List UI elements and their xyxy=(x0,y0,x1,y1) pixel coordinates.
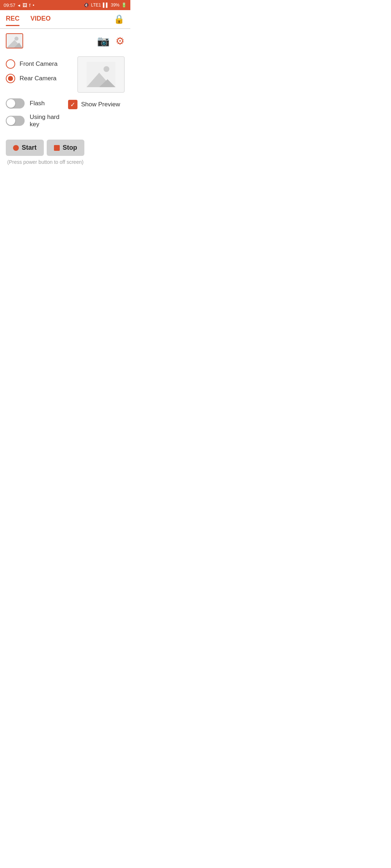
control-buttons: Start Stop (Press power button to off sc… xyxy=(6,140,125,165)
camera-selection-row: Front Camera Rear Camera xyxy=(6,56,125,93)
hardkey-toggle-row: Using hard key xyxy=(6,114,62,128)
front-camera-radio[interactable] xyxy=(6,59,15,69)
left-options: Flash Using hard key xyxy=(6,98,62,133)
rear-camera-label: Rear Camera xyxy=(20,75,56,82)
facebook-icon: f xyxy=(29,3,31,8)
rear-camera-option[interactable]: Rear Camera xyxy=(6,74,72,83)
camera-preview xyxy=(77,56,125,93)
mute-icon: 🔇 xyxy=(84,3,89,8)
settings-button[interactable]: ⚙ xyxy=(115,35,125,47)
svg-point-5 xyxy=(104,66,109,72)
camera-options: Front Camera Rear Camera xyxy=(6,56,72,83)
hardkey-toggle-knob xyxy=(7,116,15,125)
toolbar: 📷 ⚙ xyxy=(0,29,130,53)
status-bar-left: 09:57 ◂ 🖼 f • xyxy=(4,3,34,8)
show-preview-label: Show Preview xyxy=(81,101,120,108)
stop-label: Stop xyxy=(63,144,77,152)
front-camera-option[interactable]: Front Camera xyxy=(6,59,72,69)
front-camera-label: Front Camera xyxy=(20,60,58,68)
flash-label: Flash xyxy=(30,100,45,107)
signal-icon: ◂ xyxy=(18,3,20,8)
camera-button[interactable]: 📷 xyxy=(97,35,110,47)
status-bar: 09:57 ◂ 🖼 f • 🔇 LTE1 ▌▌ 39% 🔋 xyxy=(0,0,130,10)
options-two-col: Flash Using hard key ✓ Show Preview xyxy=(6,98,125,133)
start-icon xyxy=(13,145,19,151)
lte-icon: LTE1 xyxy=(91,3,101,8)
rear-camera-radio[interactable] xyxy=(6,74,15,83)
signal-bars-icon: ▌▌ xyxy=(103,3,109,8)
flash-toggle[interactable] xyxy=(6,98,25,109)
svg-point-1 xyxy=(14,37,18,41)
right-options: ✓ Show Preview xyxy=(68,98,125,133)
power-hint: (Press power button to off screen) xyxy=(7,159,84,165)
main-content: Front Camera Rear Camera Flash xyxy=(0,53,130,169)
hardkey-label: Using hard key xyxy=(30,114,62,128)
battery-icon: 🔋 xyxy=(121,3,127,8)
stop-button[interactable]: Stop xyxy=(47,140,84,156)
tab-bar: REC VIDEO 🔒 xyxy=(0,10,130,29)
battery-percentage: 39% xyxy=(111,3,119,8)
flash-toggle-row: Flash xyxy=(6,98,62,109)
lock-icon[interactable]: 🔒 xyxy=(114,14,125,24)
tab-rec[interactable]: REC xyxy=(6,15,20,24)
stop-icon xyxy=(54,145,60,151)
start-label: Start xyxy=(22,144,37,152)
dot-icon: • xyxy=(33,3,34,8)
hardkey-toggle[interactable] xyxy=(6,116,25,126)
gallery-notification-icon: 🖼 xyxy=(22,3,27,8)
flash-toggle-knob xyxy=(7,99,15,108)
start-button[interactable]: Start xyxy=(6,140,44,156)
show-preview-row[interactable]: ✓ Show Preview xyxy=(68,100,125,109)
status-bar-right: 🔇 LTE1 ▌▌ 39% 🔋 xyxy=(84,3,127,8)
status-time: 09:57 xyxy=(4,3,16,8)
gallery-button[interactable] xyxy=(6,33,23,48)
show-preview-checkbox[interactable]: ✓ xyxy=(68,100,77,109)
tab-video[interactable]: VIDEO xyxy=(30,15,51,24)
